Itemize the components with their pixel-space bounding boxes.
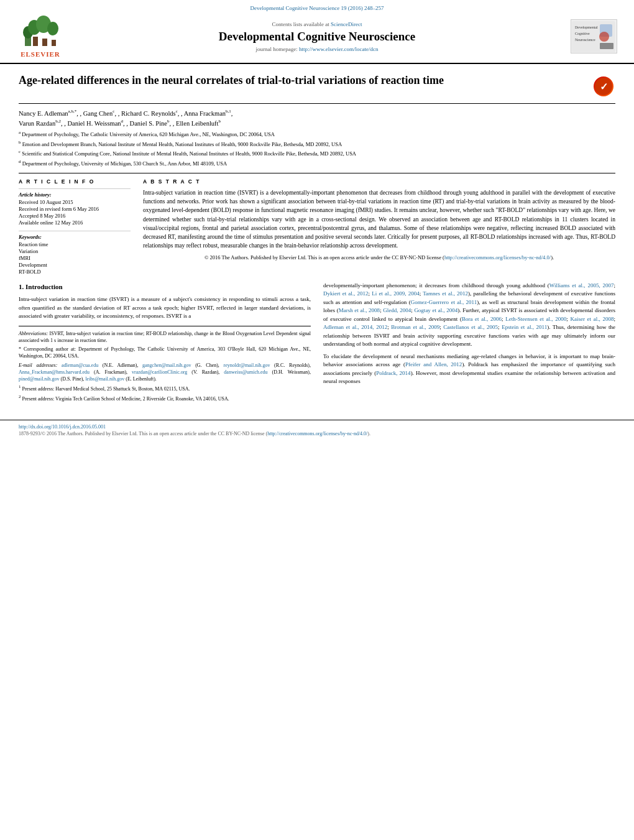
email-razdan[interactable]: vrazdan@carilionClinic.org [132, 369, 187, 375]
ref-giedd[interactable]: Gledd, 2004 [383, 307, 411, 313]
contents-label: Contents lists available at ScienceDirec… [68, 21, 566, 27]
abbreviations-footnote: Abbreviations: ISVRT, Intra-subject vari… [19, 330, 311, 344]
author-line-1: Nancy E. Adlemana,b,*, , Gang Chenc, , R… [19, 109, 615, 117]
author-adleman-sup: a,b,* [68, 109, 77, 114]
ref-bora[interactable]: Bora et al., 2006 [462, 316, 502, 322]
journal-header: Developmental Cognitive Neuroscience 19 … [0, 0, 634, 64]
intro-para-2: developmentally-important phenomenon; it… [323, 282, 615, 349]
cc-license-link[interactable]: http://creativecommons.org/licenses/by-n… [444, 254, 551, 261]
author-weissman: , Daniel H. Weissman [64, 119, 121, 126]
keyword-5: RT-BOLD [19, 269, 131, 275]
body-text-section: 1. Introduction Intra-subject variation … [19, 282, 615, 404]
ref-brotman[interactable]: Brotman et al., 2009 [391, 324, 439, 330]
intro-para-1: Intra-subject variation in reaction time… [19, 295, 311, 321]
author-reynolds: , Richard C. Reynolds [118, 110, 176, 117]
author-leibenluft: , Ellen Leibenluft [173, 119, 219, 126]
ref-gogtay[interactable]: Gogtay et al., 2004 [414, 307, 457, 313]
ref-castellanos[interactable]: Castellanos et al., 2005 [443, 324, 498, 330]
email-frackman[interactable]: Anna_Frackman@hms.harvard.edu [19, 369, 90, 375]
abstract-col: A B S T R A C T Intra-subject variation … [143, 178, 615, 275]
divider-2 [19, 231, 131, 231]
article-title: Age-related differences in the neural co… [19, 73, 584, 88]
author-chen: , Gang Chen [80, 110, 113, 117]
sciencedirect-link[interactable]: ScienceDirect [331, 21, 362, 27]
author-comma-4: , [231, 110, 233, 117]
author-line-2: Varun Razdanb,2, , Daniel H. Weissmand, … [19, 119, 615, 127]
crossmark-icon: ✓ [594, 76, 613, 96]
author-adleman: Nancy E. Adleman [19, 110, 68, 117]
author-pine: , Daniel S. Pine [126, 119, 167, 126]
keyword-4: Development [19, 262, 131, 268]
journal-top-bar: Developmental Cognitive Neuroscience 19 … [12, 5, 622, 11]
footer-license-link[interactable]: http://creativecommons.org/licenses/by-n… [267, 431, 367, 436]
authors-section: Nancy E. Adlemana,b,*, , Gang Chenc, , R… [19, 109, 615, 126]
keywords-label: Keywords: [19, 234, 131, 240]
author-frackman-sup: b,1 [226, 109, 231, 114]
affiliation-d: d Department of Psychology, University o… [19, 159, 615, 168]
ref-dykiert[interactable]: Dykiert et al., 2012 [323, 290, 369, 297]
svg-text:Developmental: Developmental [575, 25, 598, 29]
elsevier-tree-icon [22, 15, 59, 49]
history-received: Received 10 August 2015 [19, 199, 131, 205]
intro-para-3: To elucidate the development of neural m… [323, 353, 615, 386]
history-revised: Received in revised form 6 May 2016 [19, 206, 131, 212]
ref-gomez[interactable]: Gomez-Guerrero et al., 2011 [411, 299, 477, 305]
doi-link[interactable]: http://dx.doi.org/10.1016/j.dcn.2016.05.… [19, 424, 106, 430]
page-footer: http://dx.doi.org/10.1016/j.dcn.2016.05.… [0, 420, 634, 440]
footnote-2: 2 Present address: Virginia Tech Carilio… [19, 394, 311, 402]
ref-leth[interactable]: Leth-Steensen et al., 2000 [505, 316, 566, 322]
svg-point-4 [47, 22, 58, 35]
email-pine[interactable]: pined@mail.nih.gov [19, 376, 60, 382]
body-left-col: 1. Introduction Intra-subject variation … [19, 282, 311, 404]
homepage-url[interactable]: http://www.elsevier.com/locate/dcn [299, 46, 378, 52]
keyword-3: fMRI [19, 255, 131, 261]
history-accepted: Accepted 8 May 2016 [19, 213, 131, 219]
email-chen[interactable]: gangchen@mail.nih.gov [142, 362, 191, 368]
article-info-abstract: A R T I C L E I N F O Article history: R… [19, 173, 615, 275]
body-right-col: developmentally-important phenomenon; it… [323, 282, 615, 404]
abstract-text: Intra-subject variation in reaction time… [143, 188, 615, 251]
article-history: Article history: Received 10 August 2015… [19, 192, 131, 226]
sciencedirect-logo-img: Developmental Cognitive Neuroscience [571, 19, 617, 53]
email-adleman[interactable]: adleman@cua.edu [62, 362, 98, 368]
copyright-notice: © 2016 The Authors. Published by Elsevie… [143, 254, 615, 261]
ref-marsh[interactable]: Marsh et al., 2008 [339, 307, 380, 313]
keyword-2: Variation [19, 248, 131, 254]
ref-li[interactable]: Li et al., 2009, 2004 [372, 290, 419, 297]
ref-poldrack[interactable]: Poldrack, 2014 [376, 370, 410, 376]
doi-line: http://dx.doi.org/10.1016/j.dcn.2016.05.… [19, 424, 615, 430]
journal-right-logo: Developmental Cognitive Neuroscience [566, 19, 622, 53]
divider-1 [19, 188, 131, 189]
svg-text:Neuroscience: Neuroscience [575, 38, 595, 42]
affiliation-a: a Department of Psychology, The Catholic… [19, 130, 615, 139]
affiliation-b: b Emotion and Development Branch, Nation… [19, 140, 615, 149]
journal-homepage: journal homepage: http://www.elsevier.co… [68, 46, 566, 52]
article-title-block: Age-related differences in the neural co… [19, 73, 584, 88]
email-reynolds[interactable]: reynoldr@mail.nih.gov [224, 362, 270, 368]
volume-label: Developmental Cognitive Neuroscience 19 … [250, 5, 384, 11]
abstract-heading: A B S T R A C T [143, 178, 615, 185]
email-leibenluft[interactable]: leibs@mail.nih.gov [85, 376, 124, 382]
history-label: Article history: [19, 192, 131, 198]
svg-rect-7 [52, 40, 56, 46]
ref-tamnes[interactable]: Tamnes et al., 2012 [423, 290, 468, 297]
svg-rect-5 [33, 37, 38, 46]
ref-adleman14[interactable]: Adleman et al., 2014, 2012 [323, 324, 387, 330]
ref-epstein[interactable]: Epstein et al., 2011 [502, 324, 547, 330]
affiliation-c: c Scientific and Statistical Computing C… [19, 149, 615, 158]
article-info-heading: A R T I C L E I N F O [19, 178, 131, 185]
intro-heading: 1. Introduction [19, 282, 311, 292]
author-razdan-sup: b,2 [55, 119, 61, 124]
ref-kaiser[interactable]: Kaiser et al., 2008 [570, 316, 613, 322]
email-footnote: E-mail addresses: adleman@cua.edu (N.E. … [19, 362, 311, 383]
ref-williams[interactable]: Williams et al., 2005, 2007 [549, 282, 614, 288]
ref-pfeifer[interactable]: Pfeifer and Allen, 2012 [405, 361, 462, 367]
author-frackman: , Anna Frackman [181, 110, 226, 117]
journal-title: Developmental Cognitive Neuroscience [68, 30, 566, 44]
author-leibenluft-sup: b [219, 119, 221, 124]
crossmark-logo: ✓ [594, 76, 615, 98]
elsevier-logo: ELSEVIER [12, 15, 68, 58]
svg-rect-14 [600, 43, 613, 49]
history-available: Available online 12 May 2016 [19, 219, 131, 226]
email-weissman[interactable]: danweiss@umich.edu [224, 369, 267, 375]
